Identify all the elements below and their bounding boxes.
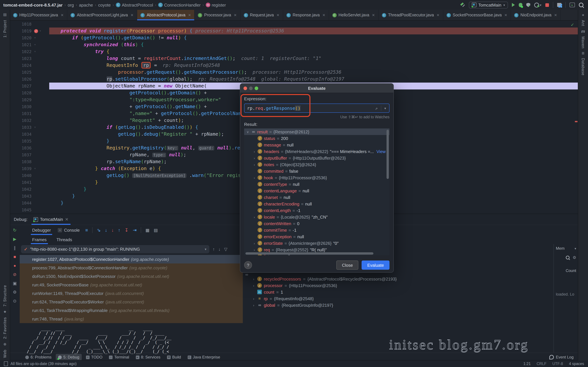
fold-marker[interactable]: ▿ [34, 34, 36, 41]
sidebar-item-database[interactable]: Database [581, 58, 585, 75]
stack-frame-row[interactable]: run:61, TaskThread$WrappingRunnable (org… [20, 306, 243, 315]
sidebar-item-ant[interactable]: Ant [581, 20, 585, 26]
tab-frames[interactable]: Frames [31, 235, 48, 244]
tree-row[interactable]: ›fnotes = {Object[32]@2624} [244, 161, 389, 168]
sidebar-item-maven[interactable]: Maven [581, 36, 585, 49]
close-tab-icon[interactable]: ✕ [188, 13, 191, 17]
view-link[interactable]: View [377, 149, 386, 154]
stack-frame-row[interactable]: run:49, SocketProcessorBase (org.apache.… [20, 281, 243, 289]
close-tab-icon[interactable]: ✕ [437, 13, 440, 17]
stop-icon[interactable]: ■ [13, 254, 16, 259]
tree-row[interactable]: fcharacterEncoding = null [244, 200, 389, 207]
variable-row[interactable]: ›frecycledProcessors = {AbstractProtocol… [252, 275, 553, 282]
close-tab-icon[interactable]: ✕ [372, 13, 375, 17]
tree-row[interactable]: fcontentType = null [244, 181, 389, 187]
status-widget[interactable]: 4 spaces [569, 362, 584, 366]
status-widget[interactable]: UTF-8 [552, 362, 563, 366]
sidebar-item-project[interactable]: 1: Project [3, 20, 7, 38]
tree-row[interactable]: ›fhook = {Http11Processor@2536} [244, 174, 389, 181]
project-structure-icon[interactable] [557, 3, 562, 7]
tab-threads[interactable]: Threads [55, 235, 73, 244]
breadcrumb-item[interactable]: CAbstractProtocol [116, 2, 153, 7]
close-tab-icon[interactable]: ✕ [130, 13, 134, 17]
gear-icon[interactable]: ⚙ [573, 255, 576, 260]
close-tab-icon[interactable]: ✕ [277, 13, 279, 17]
variable-row[interactable]: ›∞global = {RequestGroupInfo@2197} [252, 302, 553, 308]
close-window-icon[interactable] [243, 86, 247, 90]
tree-row[interactable]: ›foutputBuffer = {Http11OutputBuffer@262… [244, 155, 389, 161]
search-icon[interactable] [566, 256, 570, 259]
stack-frame-row[interactable]: run:624, ThreadPoolExecutor$Worker (java… [20, 298, 243, 306]
help-button[interactable]: ? [244, 261, 252, 269]
dialog-titlebar[interactable]: Evaluate [240, 83, 393, 93]
tree-row[interactable]: fcontentWritten = 0 [244, 220, 389, 227]
editor-tab[interactable]: CRequest.java✕ [240, 10, 283, 20]
breakpoint-icon[interactable]: ✓ [34, 29, 38, 33]
memory-count-header[interactable]: Count [556, 268, 576, 273]
close-tab-icon[interactable]: ✕ [504, 13, 507, 17]
inspections-ok-icon[interactable]: ✓ [571, 22, 574, 27]
breadcrumb-item[interactable]: CConnectionHandler [158, 2, 201, 7]
editor-tab[interactable]: CAbstractProcessorLight.java✕ [67, 10, 137, 20]
editor-tab[interactable]: IProcessor.java✕ [195, 10, 240, 20]
evaluate-expression-icon[interactable]: ▦ [145, 228, 149, 233]
tree-row[interactable]: ∨∞result = {Response@2612} [244, 128, 389, 135]
editor-tab[interactable]: CSocketProcessorBase.java✕ [443, 10, 511, 20]
filter-frames-icon[interactable]: ▽ [224, 247, 227, 252]
tool-window-button-debug[interactable]: 5: Debug [56, 354, 82, 360]
editor-tab[interactable]: CHelloServlet.java✕ [329, 10, 379, 20]
debug-button[interactable] [519, 3, 522, 7]
tree-horizontal-scrollbar[interactable] [245, 252, 373, 255]
status-widget[interactable]: CRLF [537, 362, 546, 366]
tool-window-button-javaee[interactable]: EJava Enterprise [185, 354, 223, 360]
tree-row[interactable]: fcommitTime = -1 [244, 227, 389, 233]
close-button[interactable]: Close [336, 260, 358, 270]
watches-icon[interactable]: ∞ [245, 272, 248, 277]
stack-frame-row[interactable]: runWorker:1149, ThreadPoolExecutor (java… [20, 289, 243, 298]
breadcrumb-item[interactable]: tomcat-embed-core-8.5.47.jar [3, 2, 62, 7]
stack-frame-row[interactable]: process:799, AbstractProtocol$Connection… [20, 263, 243, 272]
step-out-icon[interactable]: ↑ [118, 227, 120, 233]
fold-marker[interactable]: ▿ [34, 41, 36, 48]
drop-frame-icon[interactable]: ↧ [124, 227, 128, 233]
fold-marker[interactable]: ▿ [39, 27, 41, 34]
expand-editor-icon[interactable]: ⇗ [375, 106, 378, 111]
prev-frame-icon[interactable]: ↑ [213, 247, 215, 252]
coverage-button[interactable] [526, 3, 530, 7]
breadcrumb-item[interactable]: coyote [98, 2, 111, 7]
breadcrumb-item[interactable]: apache [79, 2, 93, 7]
tree-row[interactable]: ›freq = {Request@2552} "R( null)" [244, 246, 389, 253]
editor-tab[interactable]: CThreadPoolExecutor.java✕ [379, 10, 443, 20]
run-anything-icon[interactable]: ▸ [570, 3, 575, 7]
chevron-down-icon[interactable]: ▾ [575, 247, 576, 250]
stack-frame-row[interactable]: register:1027, AbstractProtocol$Connecti… [20, 255, 243, 263]
build-hammer-icon[interactable] [460, 3, 465, 7]
event-log-button[interactable]: Event Log [549, 355, 578, 359]
history-dropdown-icon[interactable]: ▾ [381, 106, 387, 111]
tool-window-button-build[interactable]: ⚒Build [165, 354, 183, 360]
thread-dump-icon[interactable]: ▣ [13, 281, 17, 286]
next-frame-icon[interactable]: ↓ [218, 247, 221, 252]
evaluate-button[interactable]: Evaluate [362, 260, 389, 270]
sidebar-item-structure[interactable]: 7: Structure [3, 285, 7, 306]
tab-console[interactable]: ›Console [56, 225, 81, 235]
force-step-into-icon[interactable]: ↓ [111, 227, 114, 233]
sidebar-item-web[interactable]: Web [3, 350, 7, 358]
fold-marker[interactable]: ▿ [34, 165, 36, 172]
fold-marker[interactable]: ▿ [34, 48, 36, 55]
stop-button[interactable] [545, 3, 549, 7]
tree-row[interactable]: fcharset = null [244, 194, 389, 200]
pin-icon[interactable]: ⊙ [13, 299, 17, 303]
editor-tab[interactable]: CHttp11Processor.java✕ [10, 10, 67, 20]
run-button[interactable] [512, 3, 515, 7]
variable-row[interactable]: 01count = 1 [252, 289, 553, 295]
close-tab-icon[interactable]: ✕ [554, 13, 557, 17]
settings-icon[interactable]: ⚙ [13, 290, 17, 295]
step-over-icon[interactable]: ↓ [105, 227, 107, 233]
tool-window-button-todo[interactable]: ≡TODO [84, 354, 105, 360]
editor-tab[interactable]: CNioEndpoint.java✕ [511, 10, 561, 20]
tree-row[interactable]: ferrorException = null [244, 233, 389, 240]
soft-wrap-icon[interactable]: ≡ [85, 227, 88, 233]
fold-marker[interactable]: ▿ [34, 124, 36, 131]
editor-scrollbar[interactable] [575, 21, 578, 214]
